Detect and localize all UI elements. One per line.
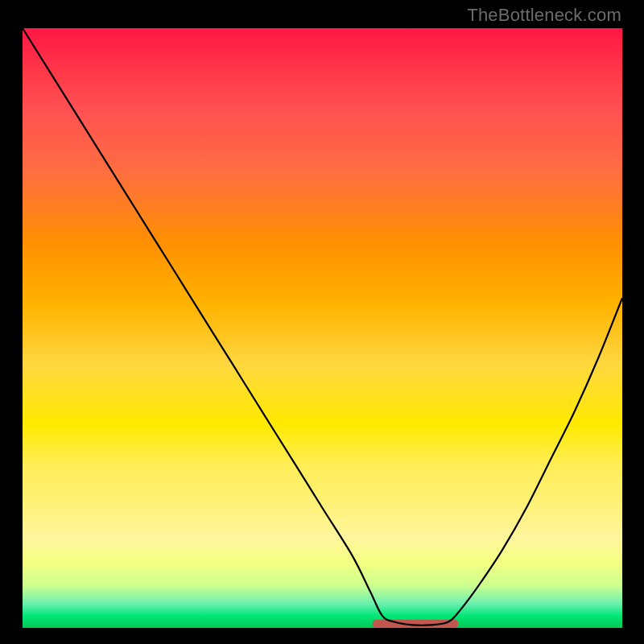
bottleneck-curve <box>23 28 622 625</box>
watermark-text: TheBottleneck.com <box>467 5 621 26</box>
chart-svg <box>23 28 622 628</box>
plot-area <box>23 28 622 628</box>
chart-container: TheBottleneck.com <box>0 0 644 644</box>
